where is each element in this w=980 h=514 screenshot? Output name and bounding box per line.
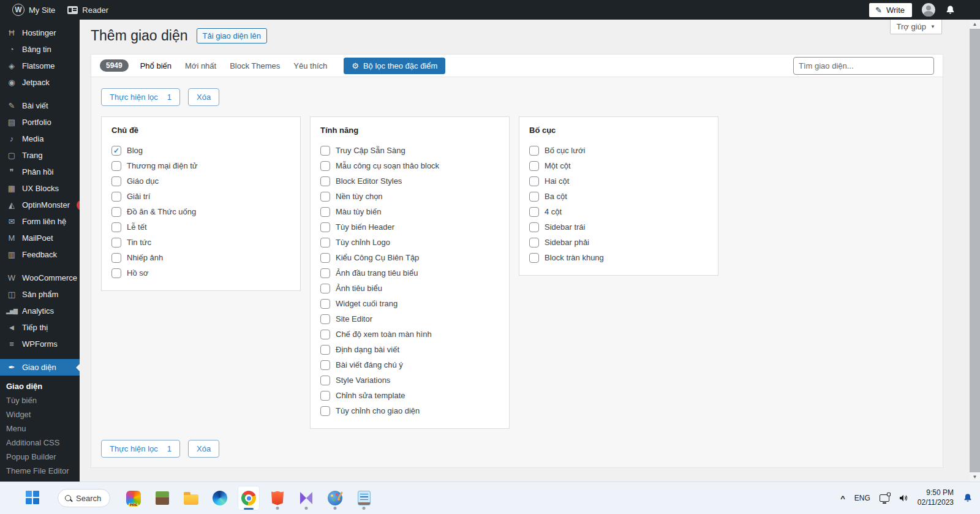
checkbox[interactable] xyxy=(111,192,121,202)
filter-option-t-y-ch-nh-logo[interactable]: Tùy chỉnh Logo xyxy=(320,235,499,250)
filter-option-hai-c-t[interactable]: Hai cột xyxy=(529,173,708,189)
taskbar-search[interactable]: Search xyxy=(58,489,110,507)
sidebar-item-ti-p-th[interactable]: ◄Tiếp thị xyxy=(0,319,80,336)
checkbox-checked[interactable]: ✓ xyxy=(111,146,121,156)
sidebar-item-ux-blocks[interactable]: ▦UX Blocks xyxy=(0,180,80,197)
filter-option-n-n-t-y-ch-n[interactable]: Nền tùy chọn xyxy=(320,189,499,204)
checkbox[interactable] xyxy=(529,238,539,248)
checkbox[interactable] xyxy=(320,207,330,217)
filter-option-l-t-t[interactable]: Lễ tết xyxy=(111,219,290,235)
checkbox[interactable] xyxy=(111,253,121,263)
checkbox[interactable] xyxy=(111,268,121,278)
checkbox[interactable] xyxy=(529,207,539,217)
filter-option-ch-nh-s-a-template[interactable]: Chỉnh sửa template xyxy=(320,388,499,403)
clear-filters-button-bottom[interactable]: Xóa xyxy=(188,440,219,458)
checkbox[interactable] xyxy=(529,161,539,171)
checkbox[interactable] xyxy=(320,161,330,171)
edge-taskbar-icon[interactable] xyxy=(209,486,231,510)
sidebar-item-mailpoet[interactable]: MMailPoet xyxy=(0,230,80,246)
sidebar-item-b-ng-tin[interactable]: ◔Bảng tin xyxy=(0,41,80,58)
notifications-bell-icon[interactable] xyxy=(945,5,956,15)
sidebar-item-analytics[interactable]: ▂▅▇Analytics xyxy=(0,303,80,319)
filter-tab-y-u-th-ch[interactable]: Yêu thích xyxy=(293,61,327,70)
sidebar-item-portfolio[interactable]: ▤Portfolio xyxy=(0,114,80,130)
filter-option-t-y-bi-n-header[interactable]: Tùy biến Header xyxy=(320,219,499,235)
sidebar-item-jetpack[interactable]: ◉Jetpack xyxy=(0,74,80,91)
checkbox[interactable] xyxy=(320,284,330,293)
sidebar-item-b-i-vi-t[interactable]: ✎Bài viết xyxy=(0,97,80,114)
checkbox[interactable] xyxy=(529,176,539,186)
notification-bell-icon[interactable] xyxy=(963,493,973,503)
filter-option-widget-cu-i-trang[interactable]: Widget cuối trang xyxy=(320,296,499,311)
checkbox[interactable] xyxy=(111,238,121,248)
sidebar-item-ph-n-h-i[interactable]: ❞Phản hồi xyxy=(0,164,80,180)
submenu-item-menu[interactable]: Menu xyxy=(0,421,80,436)
filter-option-m-t-c-t[interactable]: Một cột xyxy=(529,158,708,173)
submenu-item-giao-di-n[interactable]: Giao diện xyxy=(0,379,80,393)
notepad-taskbar-icon[interactable] xyxy=(353,486,375,510)
filter-option-block-editor-styles[interactable]: Block Editor Styles xyxy=(320,173,499,189)
clear-filters-button[interactable]: Xóa xyxy=(188,88,219,106)
checkbox[interactable] xyxy=(320,345,330,355)
checkbox[interactable] xyxy=(320,268,330,278)
sidebar-item-feedback[interactable]: ▥Feedback xyxy=(0,246,80,263)
wp-logo-menu[interactable]: W My Site xyxy=(6,0,61,20)
checkbox[interactable] xyxy=(111,176,121,186)
chrome-taskbar-icon[interactable] xyxy=(238,486,260,510)
submenu-item-widget[interactable]: Widget xyxy=(0,407,80,421)
sidebar-item-s-n-ph-m[interactable]: ◫Sản phẩm xyxy=(0,286,80,303)
submenu-item-additional-css[interactable]: Additional CSS xyxy=(0,436,80,450)
user-avatar[interactable] xyxy=(922,3,935,17)
submenu-item-t-y-bi-n[interactable]: Tùy biến xyxy=(0,393,80,407)
purple-app-taskbar-icon[interactable] xyxy=(295,486,317,510)
language-indicator[interactable]: ENG xyxy=(854,494,870,502)
help-button[interactable]: Trợ giúp ▼ xyxy=(890,20,942,34)
sidebar-item-giao-di-n[interactable]: ✒Giao diện xyxy=(0,359,80,376)
filter-option-b-c-c-l-i[interactable]: Bố cục lưới xyxy=(529,143,708,158)
filter-tab-block-themes[interactable]: Block Themes xyxy=(230,61,280,70)
theme-search-input[interactable] xyxy=(793,57,934,75)
sidebar-item-trang[interactable]: ▢Trang xyxy=(0,147,80,164)
checkbox[interactable] xyxy=(111,222,121,232)
apply-filters-button[interactable]: Thực hiện lọc 1 xyxy=(101,88,180,106)
checkbox[interactable] xyxy=(320,391,330,401)
paint-taskbar-icon[interactable] xyxy=(324,486,346,510)
checkbox[interactable] xyxy=(529,253,539,263)
filter-option-m-u-t-y-bi-n[interactable]: Màu tùy biến xyxy=(320,204,499,219)
filter-option-n-th-c-u-ng[interactable]: Đồ ăn & Thức uống xyxy=(111,204,290,219)
filter-tab-ph-bi-n[interactable]: Phổ biến xyxy=(140,61,172,70)
checkbox[interactable] xyxy=(320,176,330,186)
filter-option-nh-d-ng-b-i-vi-t[interactable]: Định dạng bài viết xyxy=(320,342,499,357)
filter-option-th-ng-m-i-i-n-t[interactable]: Thương mại điện tử xyxy=(111,158,290,173)
checkbox[interactable] xyxy=(320,314,330,324)
checkbox[interactable] xyxy=(529,146,539,156)
checkbox[interactable] xyxy=(320,253,330,263)
filter-option-style-variations[interactable]: Style Variations xyxy=(320,372,499,388)
checkbox[interactable] xyxy=(320,299,330,309)
file-explorer-taskbar-icon[interactable] xyxy=(180,486,202,510)
start-button[interactable] xyxy=(26,491,40,505)
checkbox[interactable] xyxy=(529,192,539,202)
scrollbar-thumb[interactable] xyxy=(970,29,980,472)
checkbox[interactable] xyxy=(320,360,330,370)
sidebar-item-optinmonster[interactable]: ◭OptinMonster1 xyxy=(0,197,80,213)
filter-option-site-editor[interactable]: Site Editor xyxy=(320,311,499,327)
filter-option-ki-u-c-ng-c-bi-n-t-p[interactable]: Kiểu Công Cụ Biên Tập xyxy=(320,250,499,265)
checkbox[interactable] xyxy=(111,207,121,217)
filter-tab-m-i-nh-t[interactable]: Mới nhất xyxy=(185,61,216,70)
checkbox[interactable] xyxy=(320,376,330,385)
office365-taskbar-icon[interactable]: PRE xyxy=(123,486,145,510)
checkbox[interactable] xyxy=(320,146,330,156)
apply-filters-button-bottom[interactable]: Thực hiện lọc 1 xyxy=(101,440,180,458)
speaker-icon[interactable] xyxy=(899,493,908,503)
sidebar-item-hostinger[interactable]: ĦHostinger xyxy=(0,25,80,41)
minecraft-taskbar-icon[interactable] xyxy=(151,486,173,510)
reader-menu[interactable]: Reader xyxy=(61,0,115,20)
filter-option-block-tr-n-khung[interactable]: Block tràn khung xyxy=(529,250,708,265)
filter-option-blog[interactable]: ✓Blog xyxy=(111,143,290,158)
checkbox[interactable] xyxy=(320,330,330,339)
feature-filter-button[interactable]: ⚙ Bộ lọc theo đặc điểm xyxy=(344,58,445,74)
sidebar-item-form-li-n-h[interactable]: ✉Form liên hệ xyxy=(0,213,80,230)
checkbox[interactable] xyxy=(529,222,539,232)
filter-option-nhi-p-nh[interactable]: Nhiếp ảnh xyxy=(111,250,290,265)
